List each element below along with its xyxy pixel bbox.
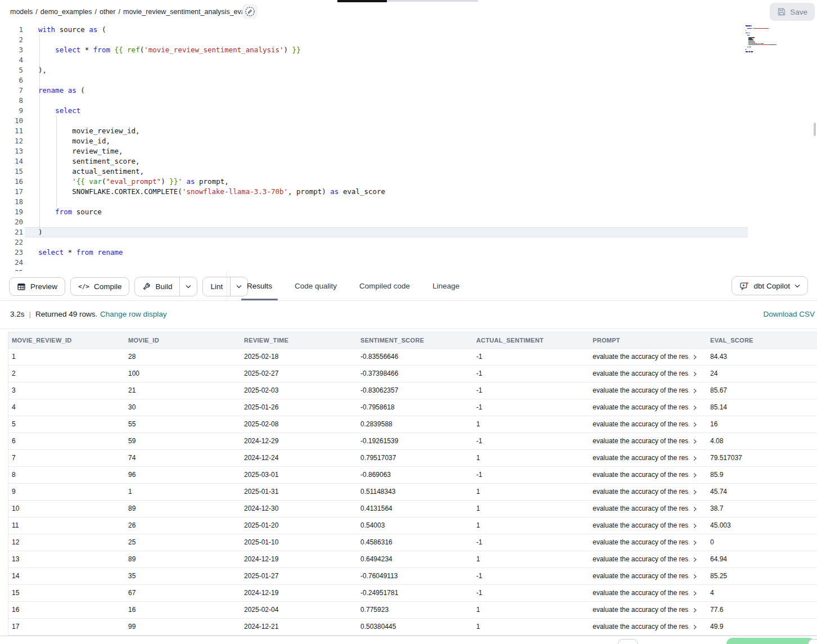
editor-minimap[interactable] bbox=[746, 25, 810, 55]
sql-code-editor[interactable]: 1234567891011121314151617181920212223242… bbox=[0, 24, 817, 271]
code-line[interactable]: select * from {{ ref('movie_review_senti… bbox=[38, 45, 385, 55]
chevron-right-icon[interactable] bbox=[692, 456, 698, 461]
preview-button[interactable]: Preview bbox=[9, 277, 65, 296]
chevron-right-icon[interactable] bbox=[692, 439, 698, 444]
editor-scrollbar[interactable] bbox=[814, 123, 816, 136]
bottom-green-pill-button[interactable] bbox=[726, 638, 815, 644]
column-header[interactable]: MOVIE_ID bbox=[125, 332, 241, 348]
breadcrumb[interactable]: models/demo_examples/other/movie_review_… bbox=[10, 0, 258, 24]
code-token: ) bbox=[284, 46, 288, 54]
tab-lineage[interactable]: Lineage bbox=[425, 271, 467, 300]
build-dropdown-caret[interactable] bbox=[179, 277, 197, 296]
code-line[interactable] bbox=[38, 268, 385, 271]
table-cell: 89 bbox=[125, 551, 241, 568]
code-line[interactable]: movie_id, bbox=[38, 136, 385, 146]
code-token: as bbox=[330, 187, 338, 196]
table-cell: 0.51148343 bbox=[357, 484, 473, 500]
table-cell: 96 bbox=[125, 467, 241, 483]
code-line[interactable]: SNOWFLAKE.CORTEX.COMPLETE('snowflake-lla… bbox=[38, 187, 385, 197]
change-row-display-link[interactable]: Change row display bbox=[100, 310, 167, 318]
column-header[interactable]: MOVIE_REVIEW_ID bbox=[8, 332, 125, 348]
chevron-right-icon[interactable] bbox=[692, 624, 698, 630]
table-cell: 0.54003 bbox=[357, 517, 473, 534]
chevron-right-icon[interactable] bbox=[692, 574, 698, 579]
tab-results[interactable]: Results bbox=[239, 271, 280, 300]
dbt-copilot-button[interactable]: dbt Copilot bbox=[732, 276, 808, 295]
chevron-right-icon[interactable] bbox=[692, 607, 698, 613]
code-line[interactable] bbox=[38, 55, 385, 65]
table-cell: 45.003 bbox=[707, 517, 817, 534]
tab-compiled-code[interactable]: Compiled code bbox=[351, 271, 418, 300]
column-header[interactable]: ACTUAL_SENTIMENT bbox=[473, 332, 589, 348]
breadcrumb-separator: / bbox=[118, 8, 120, 16]
column-header[interactable]: SENTIMENT_SCORE bbox=[357, 332, 473, 348]
line-number: 12 bbox=[0, 136, 23, 146]
file-edit-badge[interactable] bbox=[242, 4, 258, 19]
code-line[interactable]: sentiment_score, bbox=[38, 156, 385, 166]
table-cell: 0 bbox=[707, 534, 817, 551]
code-line[interactable] bbox=[38, 258, 385, 268]
breadcrumb-segment[interactable]: demo_examples bbox=[40, 8, 92, 16]
breadcrumb-segment[interactable]: other bbox=[100, 8, 116, 16]
table-cell: 15 bbox=[8, 585, 125, 601]
chevron-right-icon[interactable] bbox=[692, 489, 698, 495]
code-line[interactable]: select bbox=[38, 106, 385, 116]
chevron-right-icon[interactable] bbox=[692, 422, 698, 427]
code-line[interactable] bbox=[38, 96, 385, 106]
minimap-bar bbox=[748, 44, 759, 45]
code-line[interactable] bbox=[38, 217, 385, 227]
chevron-right-icon[interactable] bbox=[692, 388, 698, 394]
code-line[interactable]: '{{ var("eval_prompt") }}' as prompt, bbox=[38, 177, 385, 187]
table-cell: 2025-01-31 bbox=[241, 484, 357, 500]
code-line[interactable]: with source as ( bbox=[38, 25, 385, 35]
column-header[interactable]: REVIEW_TIME bbox=[241, 332, 357, 348]
code-line[interactable]: rename as ( bbox=[38, 85, 385, 96]
code-line[interactable] bbox=[38, 35, 385, 45]
code-line[interactable]: ) bbox=[38, 227, 385, 237]
compile-button[interactable]: </> Compile bbox=[70, 277, 129, 296]
code-brackets-icon: </> bbox=[78, 283, 89, 290]
toolbar-divider bbox=[227, 271, 227, 300]
table-cell: 2025-01-26 bbox=[241, 399, 357, 416]
chevron-right-icon[interactable] bbox=[692, 354, 698, 360]
code-line[interactable] bbox=[38, 197, 385, 207]
column-header[interactable]: EVAL_SCORE bbox=[707, 332, 817, 348]
code-line[interactable]: select * from rename bbox=[38, 247, 385, 258]
bottom-partial-button[interactable] bbox=[808, 639, 817, 644]
code-line[interactable]: ), bbox=[38, 65, 385, 75]
table-row: 1282025-02-18-0.83556646-1evaluate the a… bbox=[8, 349, 817, 366]
code-line[interactable] bbox=[38, 116, 385, 126]
query-status-bar: 3.2s | Returned 49 rows. Change row disp… bbox=[0, 301, 817, 329]
chevron-right-icon[interactable] bbox=[692, 405, 698, 411]
code-line[interactable] bbox=[38, 75, 385, 85]
minimap-bar bbox=[751, 25, 752, 26]
code-token: rename bbox=[97, 248, 123, 256]
chevron-right-icon[interactable] bbox=[692, 506, 698, 512]
chevron-right-icon[interactable] bbox=[692, 472, 698, 478]
tab-code-quality[interactable]: Code quality bbox=[287, 271, 345, 300]
breadcrumb-segment[interactable]: models bbox=[10, 8, 33, 16]
chevron-right-icon[interactable] bbox=[692, 557, 698, 562]
code-line[interactable] bbox=[38, 237, 385, 247]
code-line[interactable]: movie_review_id, bbox=[38, 126, 385, 136]
editor-code[interactable]: with source as ( select * from {{ ref('m… bbox=[38, 25, 385, 271]
column-header[interactable]: PROMPT bbox=[589, 332, 707, 348]
code-line[interactable]: actual_sentiment, bbox=[38, 166, 385, 177]
code-token: ' bbox=[178, 177, 182, 186]
prompt-preview-text: evaluate the accuracy of the res… bbox=[593, 602, 689, 618]
save-button[interactable]: Save bbox=[770, 3, 815, 21]
download-csv-link[interactable]: Download CSV bbox=[763, 310, 815, 318]
table-cell: -0.76049113 bbox=[357, 568, 473, 584]
table-cell: 2025-02-08 bbox=[241, 416, 357, 433]
chevron-right-icon[interactable] bbox=[692, 591, 698, 596]
build-button[interactable]: Build bbox=[135, 277, 179, 296]
breadcrumb-segment[interactable]: movie_review_sentiment_analysis_eval.sql bbox=[123, 8, 258, 16]
chevron-right-icon[interactable] bbox=[692, 540, 698, 546]
code-line[interactable]: from source bbox=[38, 207, 385, 217]
code-token: from bbox=[76, 248, 93, 256]
bottom-partial-button[interactable] bbox=[618, 639, 638, 644]
table-row: 5552025-02-080.28395881evaluate the accu… bbox=[8, 416, 817, 433]
chevron-right-icon[interactable] bbox=[692, 523, 698, 529]
chevron-right-icon[interactable] bbox=[692, 371, 698, 377]
code-line[interactable]: review_time, bbox=[38, 146, 385, 156]
